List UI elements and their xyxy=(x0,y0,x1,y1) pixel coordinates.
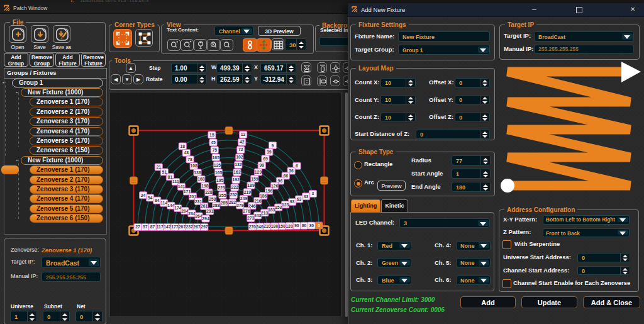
svg-text:48: 48 xyxy=(184,150,189,155)
svg-text:267: 267 xyxy=(193,225,201,229)
svg-text:36: 36 xyxy=(289,169,294,173)
svg-text:165: 165 xyxy=(215,170,223,175)
svg-text:63: 63 xyxy=(297,197,302,201)
svg-text:297: 297 xyxy=(201,225,208,229)
svg-text:150: 150 xyxy=(279,224,286,228)
svg-text:117: 117 xyxy=(157,225,164,229)
svg-text:204: 204 xyxy=(181,209,189,213)
svg-text:27: 27 xyxy=(135,225,140,229)
svg-text:288: 288 xyxy=(213,203,220,208)
svg-text:279: 279 xyxy=(236,203,244,208)
svg-text:276: 276 xyxy=(243,209,250,213)
svg-text:96: 96 xyxy=(278,179,283,183)
svg-text:153: 153 xyxy=(275,205,282,209)
svg-text:147: 147 xyxy=(164,225,171,229)
svg-text:135: 135 xyxy=(214,163,221,167)
svg-text:285: 285 xyxy=(220,201,228,205)
svg-text:177: 177 xyxy=(171,225,179,229)
svg-text:72: 72 xyxy=(238,147,243,152)
svg-text:282: 282 xyxy=(229,200,236,204)
svg-text:3: 3 xyxy=(312,191,314,196)
svg-text:273: 273 xyxy=(247,216,255,220)
svg-text:144: 144 xyxy=(167,203,175,208)
svg-text:75: 75 xyxy=(212,148,217,152)
svg-text:174: 174 xyxy=(174,206,182,210)
svg-text:102: 102 xyxy=(236,155,243,159)
svg-text:6: 6 xyxy=(296,164,298,168)
svg-text:0: 0 xyxy=(318,223,320,228)
svg-text:180: 180 xyxy=(271,224,279,228)
svg-text:210: 210 xyxy=(264,224,271,228)
svg-text:189: 189 xyxy=(247,183,255,187)
svg-text:90: 90 xyxy=(294,223,299,228)
svg-text:42: 42 xyxy=(240,140,245,144)
svg-text:132: 132 xyxy=(235,162,242,167)
svg-text:78: 78 xyxy=(187,157,192,162)
svg-text:168: 168 xyxy=(197,177,205,181)
svg-text:87: 87 xyxy=(150,225,155,229)
svg-text:57: 57 xyxy=(143,225,148,229)
svg-text:198: 198 xyxy=(201,184,209,188)
svg-text:24: 24 xyxy=(141,193,146,198)
svg-text:255: 255 xyxy=(219,193,226,198)
svg-text:93: 93 xyxy=(290,199,295,204)
svg-text:81: 81 xyxy=(168,175,173,179)
svg-text:15: 15 xyxy=(209,133,214,137)
svg-text:243: 243 xyxy=(254,213,262,218)
svg-text:213: 213 xyxy=(261,211,269,215)
svg-text:84: 84 xyxy=(155,198,160,203)
svg-text:54: 54 xyxy=(148,196,153,200)
svg-text:18: 18 xyxy=(180,144,186,148)
svg-text:69: 69 xyxy=(263,157,268,161)
svg-text:240: 240 xyxy=(256,225,264,229)
svg-text:9: 9 xyxy=(272,143,274,148)
svg-text:129: 129 xyxy=(255,170,262,174)
svg-text:66: 66 xyxy=(283,174,288,178)
svg-text:33: 33 xyxy=(304,194,309,199)
svg-text:123: 123 xyxy=(282,203,289,207)
svg-text:192: 192 xyxy=(232,177,240,182)
svg-text:105: 105 xyxy=(213,155,220,160)
svg-text:219: 219 xyxy=(244,190,252,194)
svg-text:228: 228 xyxy=(205,190,213,194)
svg-text:264: 264 xyxy=(195,214,203,218)
svg-text:51: 51 xyxy=(162,170,167,174)
svg-text:108: 108 xyxy=(190,164,197,168)
svg-text:270: 270 xyxy=(249,225,257,229)
svg-text:237: 237 xyxy=(186,225,194,229)
svg-text:234: 234 xyxy=(188,211,196,216)
svg-text:183: 183 xyxy=(268,208,275,212)
svg-text:159: 159 xyxy=(251,177,258,181)
svg-text:195: 195 xyxy=(216,178,224,182)
svg-text:291: 291 xyxy=(206,209,214,213)
svg-text:60: 60 xyxy=(302,223,307,228)
svg-text:225: 225 xyxy=(218,186,225,190)
svg-text:39: 39 xyxy=(267,150,272,154)
svg-text:21: 21 xyxy=(157,165,162,169)
svg-text:249: 249 xyxy=(240,196,248,201)
svg-text:30: 30 xyxy=(309,223,314,228)
svg-text:294: 294 xyxy=(202,216,209,221)
svg-text:138: 138 xyxy=(194,170,201,175)
svg-text:162: 162 xyxy=(233,170,241,174)
svg-text:45: 45 xyxy=(211,140,216,145)
svg-text:207: 207 xyxy=(179,225,186,229)
svg-text:114: 114 xyxy=(160,201,167,205)
svg-text:12: 12 xyxy=(241,132,246,137)
svg-text:222: 222 xyxy=(231,185,238,189)
svg-text:258: 258 xyxy=(209,197,216,201)
svg-text:252: 252 xyxy=(230,193,238,197)
svg-text:120: 120 xyxy=(286,224,293,228)
svg-text:99: 99 xyxy=(260,163,265,167)
